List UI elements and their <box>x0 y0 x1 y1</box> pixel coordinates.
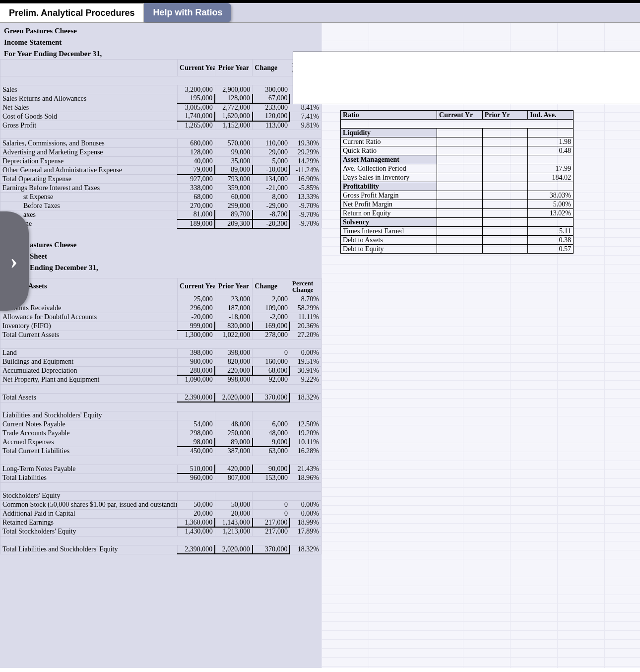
cell[interactable]: 20,000 <box>215 509 253 518</box>
cell[interactable]: 980,000 <box>178 357 215 366</box>
cell[interactable]: 450,000 <box>178 447 215 456</box>
cell[interactable]: 298,000 <box>178 429 215 438</box>
ratio-ind[interactable]: 0.57 <box>528 245 574 254</box>
cell[interactable]: 29,000 <box>253 148 290 157</box>
cell[interactable]: 960,000 <box>178 473 215 482</box>
cell[interactable]: 217,000 <box>253 527 290 536</box>
cell[interactable]: -9.70% <box>290 219 321 228</box>
cell[interactable]: 2,772,000 <box>215 103 253 112</box>
cell[interactable]: 0 <box>253 509 290 518</box>
cell[interactable]: 189,000 <box>178 219 215 228</box>
cell[interactable]: 6,000 <box>253 420 290 429</box>
cell[interactable]: 12.50% <box>290 420 321 429</box>
ratio-cy[interactable] <box>437 200 483 209</box>
ratio-cy[interactable] <box>437 209 483 218</box>
cell[interactable]: 0.00% <box>290 348 321 357</box>
cell[interactable]: 370,000 <box>253 393 290 402</box>
cell[interactable]: 90,000 <box>253 465 290 473</box>
cell[interactable]: 1,022,000 <box>215 331 253 339</box>
cell[interactable]: 50,000 <box>178 500 215 509</box>
cell[interactable]: 68,000 <box>253 366 290 375</box>
cell[interactable]: 270,000 <box>178 202 215 210</box>
cell[interactable]: 89,000 <box>215 166 253 175</box>
cell[interactable]: 20.36% <box>290 322 321 331</box>
ratio-ind[interactable]: 5.11 <box>528 227 574 236</box>
cell[interactable]: 89,000 <box>215 438 253 447</box>
cell[interactable]: 820,000 <box>215 357 253 366</box>
drawer-handle[interactable]: › <box>0 211 29 311</box>
ratio-py[interactable] <box>482 173 528 182</box>
cell[interactable]: -5.85% <box>290 184 321 193</box>
cell[interactable]: 680,000 <box>178 139 215 148</box>
cell[interactable]: 128,000 <box>215 94 253 103</box>
cell[interactable]: 29.29% <box>290 148 321 157</box>
cell[interactable]: 1,152,000 <box>215 121 253 130</box>
cell[interactable]: 0 <box>253 348 290 357</box>
cell[interactable]: -9.70% <box>290 202 321 210</box>
cell[interactable]: 120,000 <box>253 112 290 121</box>
cell[interactable]: -20,300 <box>253 219 290 228</box>
cell[interactable]: 40,000 <box>178 157 215 166</box>
cell[interactable]: 1,620,000 <box>215 112 253 121</box>
cell[interactable]: -8,700 <box>253 210 290 219</box>
ratio-ind[interactable]: 13.02% <box>528 209 574 218</box>
ratio-py[interactable] <box>482 164 528 173</box>
cell[interactable]: 21.43% <box>290 465 321 473</box>
tab-help-ratios[interactable]: Help with Ratios <box>144 3 231 22</box>
cell[interactable]: 89,700 <box>215 210 253 219</box>
ratio-cy[interactable] <box>437 173 483 182</box>
ratio-cy[interactable] <box>437 164 483 173</box>
cell[interactable]: 7.41% <box>290 112 321 121</box>
ratio-cy[interactable] <box>437 137 483 146</box>
tab-prelim-analytical[interactable]: Prelim. Analytical Procedures <box>0 3 144 22</box>
cell[interactable]: 19.20% <box>290 429 321 438</box>
cell[interactable]: 807,000 <box>215 473 253 482</box>
cell[interactable]: 9.22% <box>290 375 321 384</box>
cell[interactable]: 1,740,000 <box>178 112 215 121</box>
cell[interactable]: 109,000 <box>253 304 290 313</box>
cell[interactable]: 50,000 <box>215 500 253 509</box>
cell[interactable]: 296,000 <box>178 304 215 313</box>
cell[interactable]: 510,000 <box>178 465 215 473</box>
cell[interactable]: 153,000 <box>253 473 290 482</box>
cell[interactable]: 288,000 <box>178 366 215 375</box>
cell[interactable]: 23,000 <box>215 295 253 304</box>
cell[interactable]: 3,200,000 <box>178 85 215 94</box>
ratio-ind[interactable]: 0.48 <box>528 146 574 155</box>
ratio-py[interactable] <box>482 137 528 146</box>
cell[interactable]: 793,000 <box>215 175 253 184</box>
cell[interactable]: 0 <box>253 500 290 509</box>
cell[interactable]: 5,000 <box>253 157 290 166</box>
cell[interactable]: 113,000 <box>253 121 290 130</box>
cell[interactable]: 927,000 <box>178 175 215 184</box>
cell[interactable]: 1,143,000 <box>215 518 253 527</box>
cell[interactable]: -21,000 <box>253 184 290 193</box>
cell[interactable]: 187,000 <box>215 304 253 313</box>
cell[interactable]: -2,000 <box>253 313 290 322</box>
cell[interactable]: 209,300 <box>215 219 253 228</box>
cell[interactable]: 999,000 <box>178 322 215 331</box>
cell[interactable]: 134,000 <box>253 175 290 184</box>
cell[interactable]: -20,000 <box>178 313 215 322</box>
cell[interactable]: 299,000 <box>215 202 253 210</box>
ratio-py[interactable] <box>482 146 528 155</box>
cell[interactable]: 217,000 <box>253 518 290 527</box>
cell[interactable]: 13.33% <box>290 193 321 202</box>
ratio-cy[interactable] <box>437 191 483 200</box>
cell[interactable]: 20,000 <box>178 509 215 518</box>
cell[interactable]: -9.70% <box>290 210 321 219</box>
cell[interactable]: 48,000 <box>253 429 290 438</box>
cell[interactable]: 1,265,000 <box>178 121 215 130</box>
cell[interactable]: 398,000 <box>215 348 253 357</box>
cell[interactable]: 35,000 <box>215 157 253 166</box>
cell[interactable]: 128,000 <box>178 148 215 157</box>
cell[interactable]: 420,000 <box>215 465 253 473</box>
cell[interactable]: 2,390,000 <box>178 545 215 554</box>
cell[interactable]: 169,000 <box>253 322 290 331</box>
cell[interactable]: 17.89% <box>290 527 321 536</box>
cell[interactable]: 2,390,000 <box>178 393 215 402</box>
cell[interactable]: 2,020,000 <box>215 545 253 554</box>
cell[interactable]: 58.29% <box>290 304 321 313</box>
cell[interactable]: 0.00% <box>290 500 321 509</box>
cell[interactable]: 250,000 <box>215 429 253 438</box>
